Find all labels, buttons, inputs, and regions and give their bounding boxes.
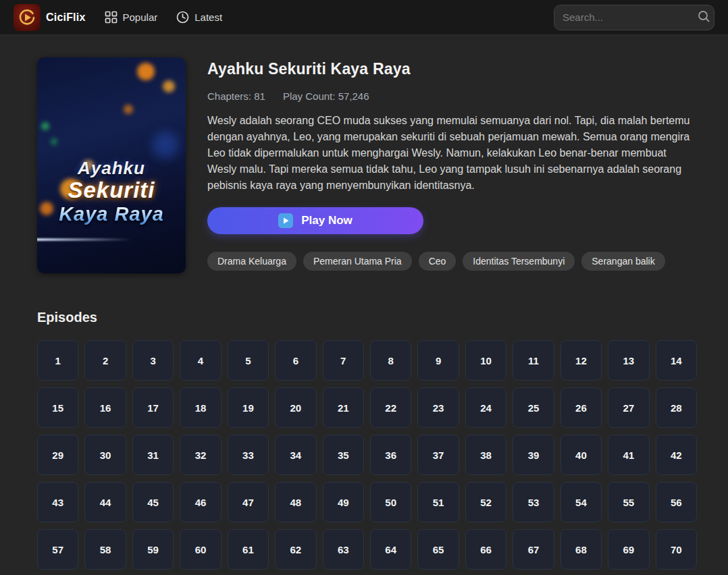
- play-count-label: Play Count:: [283, 90, 336, 102]
- poster-title: Ayahku Sekuriti Kaya Raya: [37, 159, 186, 225]
- drama-description: Wesly adalah seorang CEO muda sukses yan…: [207, 113, 697, 194]
- episode-button[interactable]: 53: [513, 482, 554, 522]
- episode-button[interactable]: 23: [417, 387, 459, 428]
- episode-button[interactable]: 50: [370, 482, 411, 522]
- episode-button[interactable]: 32: [180, 435, 221, 475]
- episode-button[interactable]: 49: [323, 482, 364, 522]
- episode-button[interactable]: 46: [180, 482, 221, 522]
- episode-button[interactable]: 41: [608, 435, 649, 475]
- drama-info: Ayahku Sekuriti Kaya Raya Chapters: 81 P…: [207, 57, 697, 273]
- episode-button[interactable]: 8: [370, 340, 411, 381]
- episode-button[interactable]: 12: [561, 340, 602, 381]
- episode-button[interactable]: 64: [370, 529, 411, 570]
- bokeh-light: [51, 138, 57, 145]
- episode-button[interactable]: 7: [323, 340, 364, 381]
- episode-button[interactable]: 56: [656, 482, 697, 522]
- episode-button[interactable]: 6: [275, 340, 316, 381]
- episode-button[interactable]: 68: [561, 529, 602, 570]
- chapters-stat: Chapters: 81: [207, 90, 265, 102]
- episode-button[interactable]: 1: [37, 340, 78, 381]
- episode-button[interactable]: 9: [417, 340, 459, 381]
- search-box[interactable]: [554, 5, 714, 30]
- episode-button[interactable]: 40: [561, 435, 602, 475]
- episode-button[interactable]: 51: [417, 482, 459, 522]
- chapters-value: 81: [254, 90, 265, 102]
- episode-button[interactable]: 13: [608, 340, 649, 381]
- episode-button[interactable]: 22: [370, 387, 411, 428]
- episode-button[interactable]: 59: [132, 529, 174, 570]
- episode-button[interactable]: 29: [37, 435, 78, 475]
- episode-button[interactable]: 47: [228, 482, 269, 522]
- search-icon[interactable]: [697, 9, 710, 26]
- brand-logo[interactable]: [14, 4, 41, 31]
- play-now-button[interactable]: Play Now: [207, 207, 423, 234]
- episode-button[interactable]: 55: [608, 482, 649, 522]
- episode-button[interactable]: 18: [180, 387, 221, 428]
- episode-button[interactable]: 14: [656, 340, 697, 381]
- episode-button[interactable]: 63: [323, 529, 364, 570]
- episode-button[interactable]: 43: [37, 482, 78, 522]
- episode-button[interactable]: 66: [465, 529, 506, 570]
- episode-button[interactable]: 10: [465, 340, 506, 381]
- episode-button[interactable]: 27: [608, 387, 649, 428]
- episode-button[interactable]: 70: [656, 529, 697, 570]
- nav-item-popular[interactable]: Popular: [105, 11, 158, 24]
- episode-button[interactable]: 42: [656, 435, 697, 475]
- brand-name[interactable]: CiciFlix: [46, 11, 86, 24]
- episode-button[interactable]: 31: [132, 435, 174, 475]
- episode-button[interactable]: 37: [417, 435, 459, 475]
- episode-button[interactable]: 28: [656, 387, 697, 428]
- episode-button[interactable]: 3: [132, 340, 174, 381]
- episode-button[interactable]: 33: [228, 435, 269, 475]
- main-content: Ayahku Sekuriti Kaya Raya Ayahku Sekurit…: [0, 35, 728, 575]
- search-input[interactable]: [563, 11, 697, 23]
- episode-button[interactable]: 38: [465, 435, 506, 475]
- episode-button[interactable]: 2: [84, 340, 126, 381]
- episode-button[interactable]: 17: [132, 387, 174, 428]
- episode-button[interactable]: 65: [417, 529, 459, 570]
- episode-button[interactable]: 19: [228, 387, 269, 428]
- episode-button[interactable]: 35: [323, 435, 364, 475]
- tag-pill[interactable]: Drama Keluarga: [207, 252, 296, 271]
- bokeh-light: [163, 80, 175, 92]
- navbar: CiciFlix Popular Latest: [0, 0, 728, 35]
- episode-button[interactable]: 54: [561, 482, 602, 522]
- poster-title-line1: Ayahku: [37, 159, 186, 178]
- episode-button[interactable]: 34: [275, 435, 316, 475]
- tag-pill[interactable]: Serangan balik: [581, 252, 665, 271]
- episode-button[interactable]: 20: [275, 387, 316, 428]
- tag-pill[interactable]: Pemeran Utama Pria: [303, 252, 412, 271]
- episode-button[interactable]: 25: [513, 387, 554, 428]
- play-now-label: Play Now: [301, 214, 353, 227]
- episode-button[interactable]: 39: [513, 435, 554, 475]
- bokeh-light: [137, 63, 155, 80]
- poster-image: Ayahku Sekuriti Kaya Raya: [37, 57, 186, 273]
- episode-button[interactable]: 58: [84, 529, 126, 570]
- episode-button[interactable]: 24: [465, 387, 506, 428]
- tag-pill[interactable]: Identitas Tersembunyi: [463, 252, 575, 271]
- episode-button[interactable]: 44: [84, 482, 126, 522]
- nav-item-latest[interactable]: Latest: [176, 11, 222, 24]
- tag-pill[interactable]: Ceo: [419, 252, 457, 271]
- episode-button[interactable]: 21: [323, 387, 364, 428]
- episode-button[interactable]: 61: [228, 529, 269, 570]
- play-logo-icon: [18, 8, 36, 27]
- clock-icon: [176, 11, 189, 24]
- episode-button[interactable]: 67: [513, 529, 554, 570]
- episode-button[interactable]: 4: [180, 340, 221, 381]
- episode-button[interactable]: 16: [84, 387, 126, 428]
- episode-button[interactable]: 36: [370, 435, 411, 475]
- episodes-heading: Episodes: [37, 310, 697, 325]
- episode-button[interactable]: 62: [275, 529, 316, 570]
- episode-button[interactable]: 69: [608, 529, 649, 570]
- episode-button[interactable]: 5: [228, 340, 269, 381]
- episode-button[interactable]: 45: [132, 482, 174, 522]
- episode-button[interactable]: 57: [37, 529, 78, 570]
- episode-button[interactable]: 26: [561, 387, 602, 428]
- episode-button[interactable]: 15: [37, 387, 78, 428]
- episode-button[interactable]: 52: [465, 482, 506, 522]
- episode-button[interactable]: 11: [513, 340, 554, 381]
- episode-button[interactable]: 60: [180, 529, 221, 570]
- episode-button[interactable]: 30: [84, 435, 126, 475]
- episode-button[interactable]: 48: [275, 482, 316, 522]
